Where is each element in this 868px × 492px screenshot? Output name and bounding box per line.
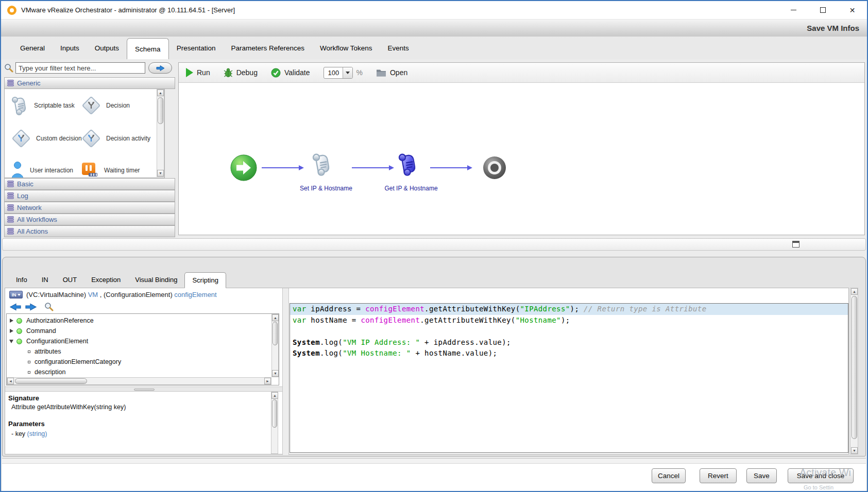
palette-item-user-interaction[interactable]: User interaction bbox=[11, 161, 73, 178]
tab-presentation[interactable]: Presentation bbox=[169, 37, 224, 59]
run-icon[interactable] bbox=[186, 68, 193, 77]
right-arrow-icon bbox=[155, 65, 165, 72]
zoom-level-select[interactable]: 100 bbox=[324, 67, 353, 79]
panel-vertical-scrollbar[interactable]: ▲ ▼ bbox=[850, 288, 858, 454]
tree-item-description[interactable]: description bbox=[7, 367, 264, 377]
filter-go-button[interactable] bbox=[148, 62, 172, 74]
palette-item-custom-decision[interactable]: Custom decision bbox=[11, 128, 82, 149]
save-button[interactable]: Save bbox=[746, 468, 777, 483]
workflow-node-set-ip-hostname[interactable] bbox=[313, 154, 332, 177]
custom-decision-icon bbox=[11, 128, 31, 149]
panel-divider-bar bbox=[2, 238, 866, 251]
tab-scripting[interactable]: Scripting bbox=[184, 272, 226, 288]
scroll-up-icon[interactable]: ▲ bbox=[851, 288, 858, 295]
expander-collapsed-icon[interactable] bbox=[10, 329, 13, 333]
code-line bbox=[290, 326, 848, 337]
tab-info[interactable]: Info bbox=[9, 272, 35, 288]
tree-scrollbar-thumb[interactable] bbox=[273, 322, 278, 345]
debug-button[interactable]: Debug bbox=[236, 68, 258, 77]
panel-scrollbar-thumb[interactable] bbox=[852, 296, 857, 439]
tree-horizontal-scrollbar[interactable]: ◄ ► bbox=[7, 377, 271, 385]
scroll-down-icon[interactable]: ▼ bbox=[851, 447, 858, 454]
open-folder-icon[interactable] bbox=[376, 68, 386, 77]
cancel-button[interactable]: Cancel bbox=[652, 468, 686, 483]
debug-bug-icon[interactable] bbox=[224, 68, 233, 77]
palette-category-all-actions[interactable]: All Actions bbox=[4, 225, 175, 237]
tree-item-configurationelementcategory[interactable]: configurationElementCategory bbox=[7, 357, 264, 367]
tree-item-authorizationreference[interactable]: AuthorizationReference bbox=[7, 315, 264, 326]
scroll-up-icon[interactable]: ▲ bbox=[272, 314, 279, 321]
tree-item-label: attributes bbox=[35, 348, 61, 355]
close-button[interactable]: ✕ bbox=[838, 1, 867, 19]
script-code-editor[interactable]: var ipAddress = configElement.getAttribu… bbox=[290, 303, 848, 453]
zoom-dropdown-button[interactable] bbox=[343, 67, 352, 78]
splitter-grip[interactable] bbox=[134, 389, 155, 391]
revert-button[interactable]: Revert bbox=[700, 468, 737, 483]
tree-vertical-scrollbar[interactable]: ▲ ▼ bbox=[271, 314, 279, 377]
context-vm-link[interactable]: VM bbox=[88, 291, 98, 298]
tree-signature-splitter[interactable] bbox=[5, 386, 286, 392]
palette-scrollbar[interactable]: ▲ ▼ bbox=[157, 89, 164, 177]
tab-parameters-references[interactable]: Parameters References bbox=[223, 37, 312, 59]
open-button[interactable]: Open bbox=[390, 68, 407, 77]
tree-code-splitter[interactable] bbox=[282, 288, 289, 455]
tab-out[interactable]: OUT bbox=[56, 272, 84, 288]
expander-expanded-icon[interactable] bbox=[9, 340, 13, 343]
in-parameters-badge: IN bbox=[9, 291, 23, 298]
minimize-button[interactable] bbox=[779, 1, 808, 19]
tab-in[interactable]: IN bbox=[35, 272, 56, 288]
scroll-right-icon[interactable]: ► bbox=[264, 378, 271, 384]
tab-events[interactable]: Events bbox=[380, 37, 417, 59]
signature-heading: Signature bbox=[8, 394, 39, 402]
palette-category-network[interactable]: Network bbox=[4, 202, 175, 214]
tab-exception[interactable]: Exception bbox=[84, 272, 128, 288]
tab-workflow-tokens[interactable]: Workflow Tokens bbox=[312, 37, 380, 59]
tree-item-attributes[interactable]: attributes bbox=[7, 346, 264, 357]
palette-item-waiting-timer[interactable]: Waiting timer bbox=[81, 163, 140, 178]
workflow-start-node[interactable] bbox=[230, 154, 257, 183]
palette-item-scriptable-task[interactable]: Scriptable task bbox=[11, 95, 75, 116]
tab-visual-binding[interactable]: Visual Binding bbox=[128, 272, 184, 288]
signature-scrollbar[interactable]: ▲ bbox=[271, 392, 278, 454]
scroll-up-icon[interactable]: ▲ bbox=[271, 392, 278, 399]
palette-category-log[interactable]: Log bbox=[4, 190, 175, 202]
tree-hscrollbar-thumb[interactable] bbox=[15, 378, 87, 384]
palette-item-decision-activity[interactable]: Decision activity bbox=[81, 128, 150, 149]
tab-outputs[interactable]: Outputs bbox=[87, 37, 127, 59]
expander-collapsed-icon[interactable] bbox=[10, 319, 13, 323]
palette-item-decision[interactable]: Decision bbox=[81, 95, 130, 116]
tab-general[interactable]: General bbox=[12, 37, 53, 59]
palette-category-basic[interactable]: Basic bbox=[4, 178, 175, 190]
api-explorer-tree[interactable]: AuthorizationReference Command Configura… bbox=[6, 313, 279, 385]
restore-panel-icon[interactable] bbox=[792, 241, 799, 248]
main-tab-bar: General Inputs Outputs Schema Presentati… bbox=[1, 37, 867, 59]
scroll-left-icon[interactable]: ◄ bbox=[7, 378, 14, 384]
api-search-icon[interactable] bbox=[44, 302, 54, 311]
workflow-end-node[interactable] bbox=[483, 156, 506, 182]
back-arrow-button[interactable] bbox=[9, 303, 22, 311]
scroll-down-icon[interactable]: ▼ bbox=[272, 370, 279, 377]
scroll-up-icon[interactable]: ▲ bbox=[157, 90, 164, 96]
tree-item-command[interactable]: Command bbox=[7, 326, 264, 336]
tab-inputs[interactable]: Inputs bbox=[53, 37, 87, 59]
tree-item-configurationelement[interactable]: ConfigurationElement bbox=[7, 336, 264, 346]
run-button[interactable]: Run bbox=[197, 68, 210, 77]
context-configelement-link[interactable]: configElement bbox=[174, 291, 216, 298]
palette-filter-input[interactable] bbox=[15, 62, 145, 74]
forward-arrow-button[interactable] bbox=[25, 303, 37, 311]
signature-scrollbar-thumb[interactable] bbox=[272, 399, 277, 428]
validate-button[interactable]: Validate bbox=[284, 68, 310, 77]
validate-check-icon[interactable] bbox=[271, 68, 281, 78]
maximize-icon bbox=[820, 7, 826, 13]
palette-category-all-workflows[interactable]: All Workflows bbox=[4, 214, 175, 225]
palette-panel: Generic Scriptable task Decision bbox=[4, 62, 175, 236]
parameters-heading: Parameters bbox=[8, 420, 45, 428]
workflow-node-get-ip-hostname[interactable] bbox=[399, 154, 418, 177]
tab-schema[interactable]: Schema bbox=[127, 38, 169, 59]
palette-scrollbar-thumb[interactable] bbox=[158, 97, 163, 124]
workflow-diagram[interactable]: Set IP & Hostname Get IP & Hostname bbox=[179, 83, 864, 235]
category-stack-icon bbox=[7, 204, 14, 211]
scroll-down-icon[interactable]: ▼ bbox=[157, 170, 164, 177]
palette-category-generic[interactable]: Generic bbox=[4, 77, 175, 89]
maximize-button[interactable] bbox=[808, 1, 838, 19]
